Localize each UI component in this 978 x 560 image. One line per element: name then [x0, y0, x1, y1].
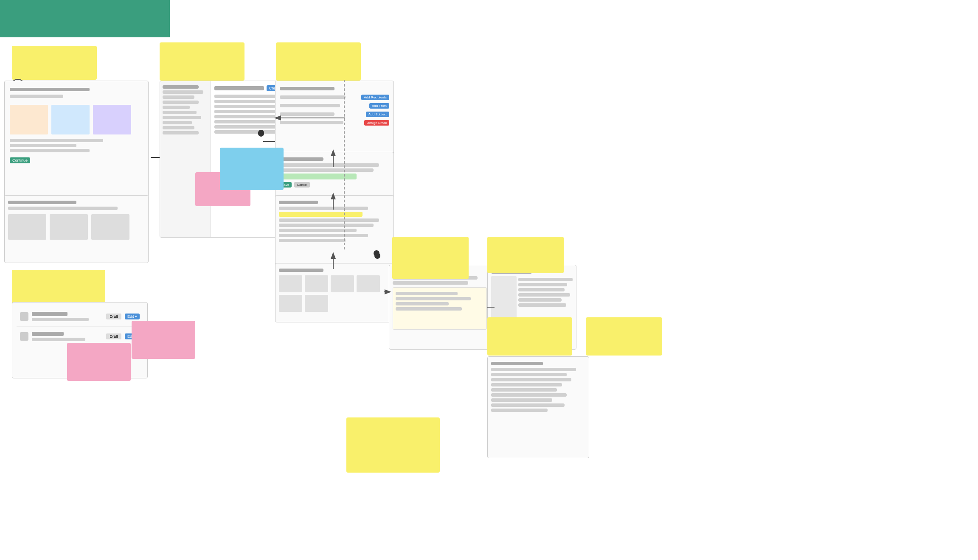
templates-screenshot: [275, 263, 394, 322]
grow-audience-screenshot: [4, 195, 149, 263]
sticky-campaign-creation: [276, 42, 361, 81]
sticky-templates: [346, 417, 440, 473]
sticky-content-preview: [487, 237, 564, 273]
sticky-icons-listing: [67, 343, 131, 381]
dot-2: [374, 253, 380, 259]
sticky-create-campaign: [12, 46, 97, 80]
sticky-button-existing: [132, 321, 195, 359]
connector-line-1: [344, 80, 345, 249]
dot-1: [258, 131, 264, 137]
sticky-email-campaign: [220, 148, 284, 190]
sticky-message-composition: [392, 237, 469, 279]
sticky-utm-options: [487, 317, 572, 356]
sticky-campaign-listing: [160, 42, 244, 81]
sticky-add-links: [586, 317, 662, 356]
header-banner: [0, 0, 170, 37]
utm-screenshot: [487, 356, 589, 458]
